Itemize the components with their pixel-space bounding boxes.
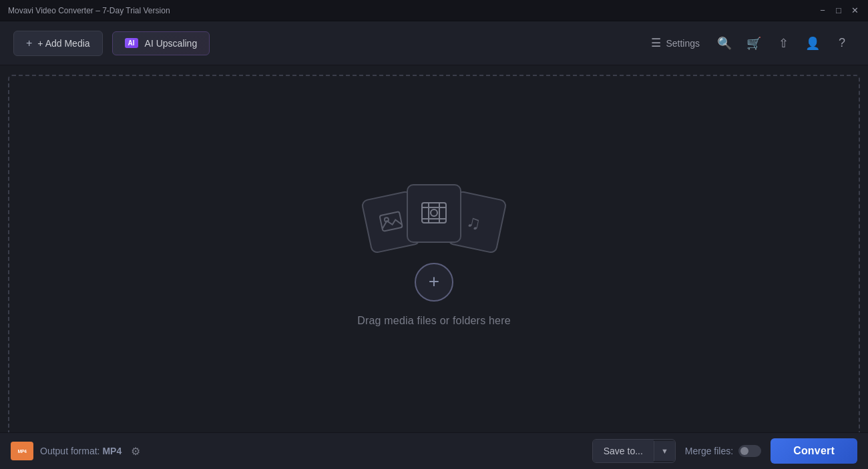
search-icon: 🔍 [717, 36, 732, 51]
merge-files-toggle[interactable] [738, 445, 761, 457]
help-icon: ? [839, 36, 845, 50]
bottom-right-actions: Save to... ▼ Merge files: Convert [592, 438, 857, 464]
svg-text:♫: ♫ [465, 211, 483, 234]
cart-icon: 🛒 [746, 36, 761, 51]
help-button[interactable]: ? [829, 31, 855, 56]
minimize-button[interactable]: − [817, 5, 828, 16]
cart-button[interactable]: 🛒 [741, 31, 767, 56]
output-format-label: Output format: MP4 [40, 446, 122, 456]
settings-button[interactable]: ☰ Settings [643, 31, 708, 55]
title-bar: Movavi Video Converter – 7-Day Trial Ver… [0, 0, 868, 21]
toolbar-right: ☰ Settings 🔍 🛒 ⇧ 👤 ? [643, 31, 855, 56]
maximize-button[interactable]: □ [833, 5, 844, 16]
format-settings-gear[interactable]: ⚙ [131, 445, 140, 458]
settings-icon: ☰ [651, 36, 661, 50]
svg-rect-2 [422, 203, 446, 223]
merge-files-label: Merge files: [685, 445, 761, 457]
account-button[interactable]: 👤 [800, 31, 825, 56]
add-media-circle[interactable]: + [415, 263, 453, 302]
output-format-section: MP4 Output format: MP4 ⚙ [11, 442, 140, 460]
app-title: Movavi Video Converter – 7-Day Trial Ver… [8, 6, 170, 15]
plus-icon: + [26, 37, 32, 49]
ai-badge: AI [125, 38, 138, 48]
add-media-button[interactable]: + + Add Media [13, 31, 103, 56]
add-media-label: + Add Media [37, 38, 89, 49]
save-to-button[interactable]: Save to... ▼ [592, 439, 676, 463]
media-icons: ♫ [365, 188, 503, 247]
convert-button[interactable]: Convert [771, 438, 857, 464]
ai-upscaling-label: AI Upscaling [145, 38, 198, 49]
toolbar: + + Add Media AI AI Upscaling ☰ Settings… [0, 21, 868, 65]
plus-circle-icon: + [429, 272, 439, 291]
output-label-text: Output format: [40, 446, 102, 456]
save-to-dropdown-button[interactable]: ▼ [654, 441, 675, 461]
save-to-main-button[interactable]: Save to... [593, 440, 654, 462]
format-thumbnail: MP4 [11, 442, 33, 460]
format-icon-top: MP4 [18, 449, 27, 454]
merge-files-text: Merge files: [685, 446, 733, 456]
search-button[interactable]: 🔍 [712, 31, 737, 56]
close-button[interactable]: ✕ [849, 5, 860, 16]
window-controls: − □ ✕ [817, 5, 860, 16]
video-card [407, 184, 461, 243]
drag-drop-label: Drag media files or folders here [357, 315, 511, 327]
ai-upscaling-button[interactable]: AI AI Upscaling [112, 31, 210, 55]
account-icon: 👤 [805, 36, 820, 51]
settings-label: Settings [666, 38, 700, 49]
drop-zone[interactable]: ♫ + Drag media files or folders here [8, 75, 860, 440]
bottom-bar: MP4 Output format: MP4 ⚙ Save to... ▼ Me… [0, 432, 868, 469]
share-icon: ⇧ [779, 36, 789, 51]
share-button[interactable]: ⇧ [771, 31, 796, 56]
svg-point-7 [431, 209, 437, 216]
format-name: MP4 [102, 446, 122, 456]
toolbar-left: + + Add Media AI AI Upscaling [13, 31, 210, 56]
